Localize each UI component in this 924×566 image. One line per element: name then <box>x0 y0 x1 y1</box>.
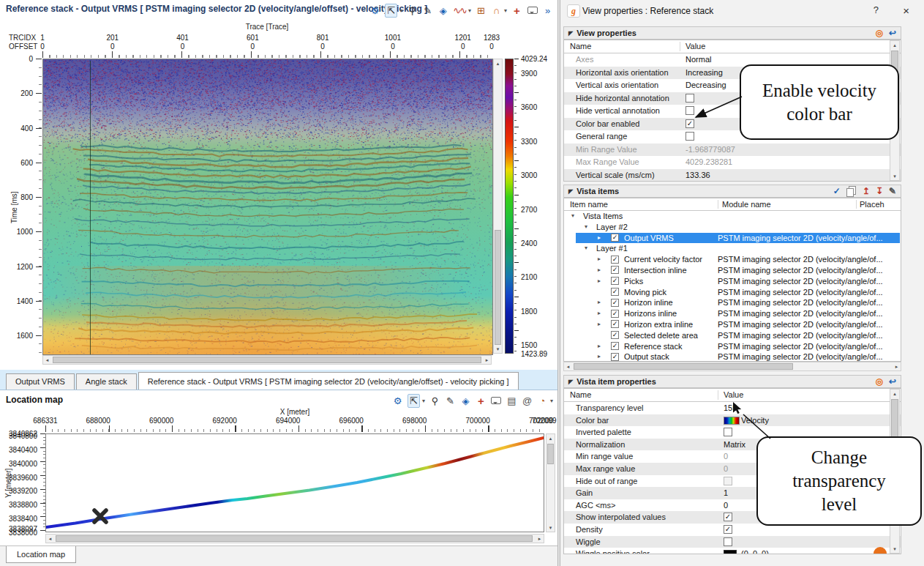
property-value[interactable]: Velocity <box>741 414 769 427</box>
collapse-icon[interactable]: ◤ <box>568 379 573 385</box>
checkbox-checked[interactable]: ✓ <box>686 119 694 128</box>
tab-location-map[interactable]: Location map <box>6 546 76 563</box>
trace-grid-icon[interactable]: ⊞ <box>476 4 487 17</box>
checkbox[interactable] <box>724 428 732 436</box>
property-value[interactable]: 0 <box>724 463 728 475</box>
checkbox-checked[interactable]: ✓ <box>611 299 619 307</box>
settings-gear-icon[interactable]: ⚙ <box>369 4 380 17</box>
view-tab-2[interactable]: Reference stack - Output VRMS [ PSTM ima… <box>138 372 519 390</box>
checkbox-checked[interactable]: ✓ <box>724 513 732 521</box>
close-button[interactable]: × <box>903 4 909 17</box>
edit-pointer-icon[interactable]: ✎ <box>889 187 896 196</box>
checkbox[interactable] <box>686 106 694 115</box>
seismic-section-image[interactable] <box>42 59 493 355</box>
undo-icon[interactable]: ↩ <box>889 377 896 386</box>
checkbox-checked[interactable]: ✓ <box>611 320 619 328</box>
property-value[interactable]: 155 <box>724 402 737 414</box>
property-value[interactable]: Matrix <box>724 439 745 451</box>
checkbox[interactable] <box>686 132 694 141</box>
checkbox[interactable] <box>724 537 732 546</box>
tree-item-vista-items[interactable]: ▾Vista Items <box>564 211 901 222</box>
property-value[interactable]: Decreasing <box>686 79 726 92</box>
checkbox-checked[interactable]: ✓ <box>611 266 619 274</box>
seismic-vertical-scrollbar[interactable]: ▴ ▾ <box>493 59 503 354</box>
property-value[interactable]: Normal <box>686 53 711 67</box>
checkbox[interactable] <box>686 94 694 103</box>
scroll-left-icon[interactable]: ◂ <box>46 535 54 543</box>
checkbox-checked[interactable]: ✓ <box>611 342 619 350</box>
dropdown-caret-icon[interactable]: ▾ <box>550 398 553 404</box>
help-button[interactable]: ? <box>874 4 879 15</box>
scroll-right-icon[interactable]: ▸ <box>536 535 544 543</box>
tree-item-intersection-inline[interactable]: ▸✓Intersection inlinePSTM imaging select… <box>564 265 901 276</box>
collapse-icon[interactable]: ◤ <box>568 30 573 37</box>
view-tab-1[interactable]: Angle stack <box>76 373 137 390</box>
crosshair-icon[interactable]: + <box>476 395 487 407</box>
histogram-icon[interactable]: ∩ <box>491 4 502 17</box>
checkbox-checked[interactable]: ✓ <box>724 525 732 534</box>
tree-expand-icon[interactable]: ▸ <box>598 351 601 362</box>
section-vista-items[interactable]: ◤ Vista items ✓ ↥ ↧ ✎ <box>563 185 901 198</box>
copy-icon[interactable] <box>846 188 854 197</box>
tree-item-layer-2[interactable]: ▾Layer #2 <box>564 222 901 233</box>
layers-icon[interactable]: ◈ <box>460 395 471 407</box>
scroll-up-icon[interactable]: ▴ <box>890 390 899 398</box>
tree-item-picks[interactable]: ▸✓PicksPSTM imaging selector 2D (velocit… <box>564 276 901 287</box>
pan-select-icon[interactable]: ⇱ <box>407 394 420 408</box>
property-row-wiggle[interactable]: Wiggle <box>564 536 901 548</box>
property-row-wiggle-positive-color[interactable]: Wiggle positive color(0, 0, 0) <box>564 548 901 554</box>
checkbox[interactable] <box>724 477 732 485</box>
layers-icon[interactable]: ◈ <box>437 4 448 17</box>
target-icon[interactable]: ◎ <box>875 29 882 37</box>
tree-item-output-stack[interactable]: ▸✓Output stackPSTM imaging selector 2D (… <box>564 351 901 362</box>
tree-item-horizon-inline[interactable]: ▸✓Horizon inlinePSTM imaging selector 2D… <box>564 297 901 308</box>
property-value[interactable]: Increasing <box>686 67 723 80</box>
seismic-horizontal-scrollbar[interactable]: ◂ ▸ <box>42 355 492 365</box>
property-row-min-range-value[interactable]: Min Range Value-1.968779087 <box>564 144 901 157</box>
compass-icon[interactable]: ◔ <box>537 395 548 407</box>
move-down-icon[interactable]: ↧ <box>876 187 883 196</box>
tree-collapse-icon[interactable]: ▾ <box>585 243 587 254</box>
wiggle-display-icon[interactable]: ∿∿ <box>453 4 466 17</box>
tree-expand-icon[interactable]: ▸ <box>598 308 601 319</box>
checkbox-checked[interactable]: ✓ <box>611 277 619 285</box>
property-row-transparency-level[interactable]: Transparency level155 <box>564 402 901 414</box>
tree-expand-icon[interactable]: ▸ <box>598 341 601 352</box>
crosshair-icon[interactable]: + <box>511 4 522 17</box>
dropdown-caret-icon[interactable]: ▾ <box>422 398 425 404</box>
scrollbar-thumb[interactable] <box>547 444 554 464</box>
scroll-right-icon[interactable]: ▸ <box>483 356 491 364</box>
vista-items-horizontal-scrollbar[interactable]: ◂ ▸ <box>563 362 901 371</box>
comment-icon[interactable] <box>527 4 538 17</box>
tree-item-output-vrms[interactable]: ▸✓Output VRMSPSTM imaging selector 2D (v… <box>564 233 901 244</box>
property-row-color-bar[interactable]: Color barVelocity <box>564 414 901 427</box>
property-value[interactable]: -1.968779087 <box>686 144 735 157</box>
tree-expand-icon[interactable]: ▸ <box>598 233 601 244</box>
tree-expand-icon[interactable]: ▸ <box>598 265 601 276</box>
location-map-vertical-scrollbar[interactable]: ▴ ▾ <box>546 433 555 532</box>
undo-icon[interactable]: ↩ <box>889 29 896 37</box>
comment-icon[interactable] <box>491 395 502 407</box>
property-value[interactable]: 0 <box>724 499 728 512</box>
property-value[interactable]: 0 <box>724 450 728 463</box>
scrollbar-thumb[interactable] <box>56 535 533 542</box>
checkbox-checked[interactable]: ✓ <box>611 331 619 339</box>
scroll-up-icon[interactable]: ▴ <box>546 434 555 442</box>
tree-item-horizon-extra-inline[interactable]: ▸✓Horizon extra inlinePSTM imaging selec… <box>564 319 901 330</box>
checkbox-checked[interactable]: ✓ <box>611 288 619 296</box>
tree-item-current-velocity-factor[interactable]: ▸✓Current velocity factorPSTM imaging se… <box>564 254 901 265</box>
zoom-icon[interactable]: ⚲ <box>407 4 418 17</box>
settings-gear-icon[interactable]: ⚙ <box>392 395 403 407</box>
collapse-icon[interactable]: ◤ <box>568 188 573 195</box>
scrollbar-thumb[interactable] <box>495 230 501 345</box>
checkbox-checked[interactable]: ✓ <box>611 310 619 318</box>
property-row-max-range-value[interactable]: Max Range Value4029.238281 <box>564 156 901 169</box>
tree-expand-icon[interactable]: ▸ <box>598 319 601 330</box>
location-map-horizontal-scrollbar[interactable]: ◂ ▸ <box>45 534 544 543</box>
view-tab-0[interactable]: Output VRMS <box>6 373 75 390</box>
checkbox-checked[interactable]: ✓ <box>611 256 619 264</box>
check-all-icon[interactable]: ✓ <box>833 187 841 196</box>
select-by-id-icon[interactable]: @ <box>522 395 533 407</box>
move-up-icon[interactable]: ↥ <box>863 187 870 196</box>
mouse-select-icon[interactable]: ✎ <box>445 395 456 407</box>
